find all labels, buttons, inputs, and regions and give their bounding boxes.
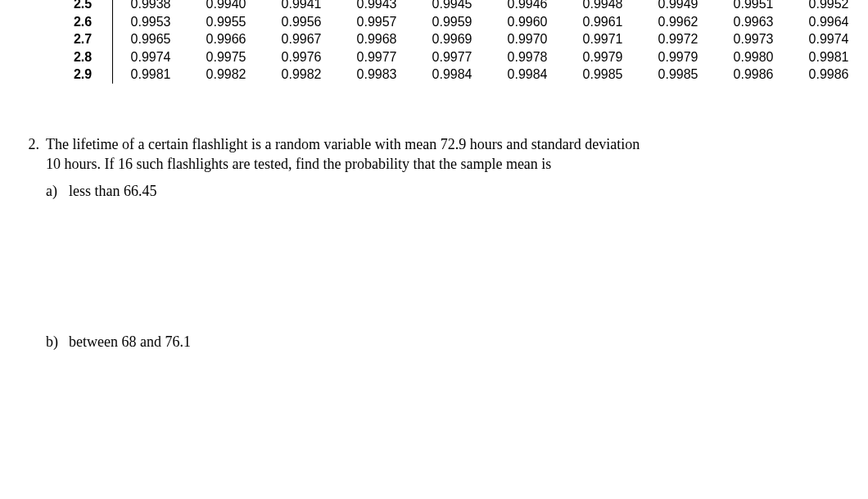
table-cell: 0.9943 <box>339 0 414 13</box>
table-cell: 0.9953 <box>113 13 189 31</box>
table-cell: 0.9983 <box>339 66 414 84</box>
part-a: a) less than 66.45 <box>46 181 866 201</box>
table-cell: 0.9955 <box>188 13 264 31</box>
table-cell: 0.9985 <box>565 66 640 84</box>
table-cell: 0.9974 <box>113 48 189 66</box>
table-cell: 0.9966 <box>188 30 264 48</box>
table-cell: 0.9957 <box>339 13 414 31</box>
row-head: 2.7 <box>61 30 113 48</box>
question-body: The lifetime of a certain flashlight is … <box>46 134 866 175</box>
table-cell: 0.9956 <box>264 13 339 31</box>
table-row: 2.7 0.9965 0.9966 0.9967 0.9968 0.9969 0… <box>61 30 866 48</box>
table-cell: 0.9981 <box>791 48 866 66</box>
table-cell: 0.9978 <box>490 48 565 66</box>
table-cell: 0.9940 <box>188 0 264 13</box>
table-cell: 0.9945 <box>414 0 490 13</box>
table-cell: 0.9969 <box>414 30 490 48</box>
table-cell: 0.9963 <box>716 13 791 31</box>
table-cell: 0.9986 <box>716 66 791 84</box>
table-cell: 0.9985 <box>640 66 716 84</box>
row-head: 2.8 <box>61 48 113 66</box>
table-cell: 0.9948 <box>565 0 640 13</box>
question-text-line1: The lifetime of a certain flashlight is … <box>46 136 640 152</box>
part-b: b) between 68 and 76.1 <box>46 332 866 352</box>
part-b-label: b) <box>46 332 69 352</box>
table-cell: 0.9980 <box>716 48 791 66</box>
table-cell: 0.9962 <box>640 13 716 31</box>
table-cell: 0.9975 <box>188 48 264 66</box>
table-cell: 0.9971 <box>565 30 640 48</box>
table-cell: 0.9977 <box>339 48 414 66</box>
table-cell: 0.9972 <box>640 30 716 48</box>
table-cell: 0.9986 <box>791 66 866 84</box>
question-number: 2. <box>15 134 46 154</box>
table-cell: 0.9968 <box>339 30 414 48</box>
problem-2: 2. The lifetime of a certain flashlight … <box>15 134 866 352</box>
table-cell: 0.9976 <box>264 48 339 66</box>
table-row: 2.5 0.9938 0.9940 0.9941 0.9943 0.9945 0… <box>61 0 866 13</box>
table-cell: 0.9974 <box>791 30 866 48</box>
table-cell: 0.9967 <box>264 30 339 48</box>
table-cell: 0.9952 <box>791 0 866 13</box>
table-cell: 0.9961 <box>565 13 640 31</box>
table-cell: 0.9970 <box>490 30 565 48</box>
table-cell: 0.9977 <box>414 48 490 66</box>
table-row: 2.8 0.9974 0.9975 0.9976 0.9977 0.9977 0… <box>61 48 866 66</box>
table-cell: 0.9984 <box>490 66 565 84</box>
table-row: 2.9 0.9981 0.9982 0.9982 0.9983 0.9984 0… <box>61 66 866 84</box>
table-cell: 0.9981 <box>113 66 189 84</box>
table-cell: 0.9951 <box>716 0 791 13</box>
part-b-text: between 68 and 76.1 <box>69 332 866 352</box>
table-cell: 0.9984 <box>414 66 490 84</box>
table-cell: 0.9979 <box>640 48 716 66</box>
z-table-fragment: 2.5 0.9938 0.9940 0.9941 0.9943 0.9945 0… <box>61 0 866 84</box>
table-cell: 0.9982 <box>264 66 339 84</box>
table-cell: 0.9946 <box>490 0 565 13</box>
table-cell: 0.9938 <box>113 0 189 13</box>
table-cell: 0.9982 <box>188 66 264 84</box>
row-head: 2.9 <box>61 66 113 84</box>
table-cell: 0.9949 <box>640 0 716 13</box>
table-cell: 0.9965 <box>113 30 189 48</box>
table-cell: 0.9959 <box>414 13 490 31</box>
part-a-text: less than 66.45 <box>69 181 866 201</box>
part-a-label: a) <box>46 181 69 201</box>
row-head: 2.5 <box>61 0 113 13</box>
z-table: 2.5 0.9938 0.9940 0.9941 0.9943 0.9945 0… <box>61 0 866 84</box>
table-row: 2.6 0.9953 0.9955 0.9956 0.9957 0.9959 0… <box>61 13 866 31</box>
table-cell: 0.9960 <box>490 13 565 31</box>
table-cell: 0.9964 <box>791 13 866 31</box>
table-cell: 0.9979 <box>565 48 640 66</box>
question-text-line2: 10 hours. If 16 such flashlights are tes… <box>46 156 551 172</box>
table-cell: 0.9973 <box>716 30 791 48</box>
row-head: 2.6 <box>61 13 113 31</box>
table-cell: 0.9941 <box>264 0 339 13</box>
